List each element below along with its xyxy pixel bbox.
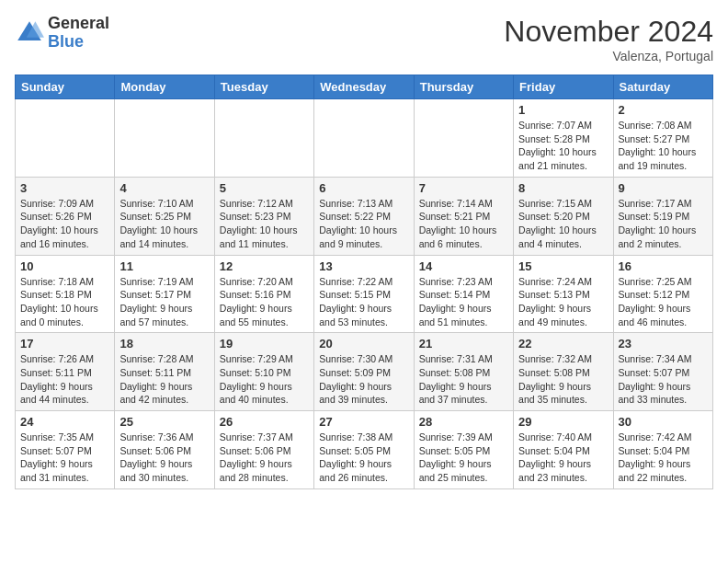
- day-info: Sunrise: 7:40 AM Sunset: 5:04 PM Dayligh…: [518, 431, 608, 485]
- calendar-cell: 11Sunrise: 7:19 AM Sunset: 5:17 PM Dayli…: [115, 255, 214, 333]
- calendar-cell: 3Sunrise: 7:09 AM Sunset: 5:26 PM Daylig…: [16, 177, 115, 255]
- day-number: 21: [419, 337, 508, 350]
- day-number: 17: [20, 337, 109, 350]
- day-info: Sunrise: 7:14 AM Sunset: 5:21 PM Dayligh…: [419, 197, 508, 251]
- day-info: Sunrise: 7:39 AM Sunset: 5:05 PM Dayligh…: [419, 431, 508, 485]
- calendar-cell: 19Sunrise: 7:29 AM Sunset: 5:10 PM Dayli…: [214, 333, 313, 411]
- day-info: Sunrise: 7:34 AM Sunset: 5:07 PM Dayligh…: [619, 352, 708, 407]
- day-info: Sunrise: 7:12 AM Sunset: 5:23 PM Dayligh…: [220, 197, 309, 251]
- day-info: Sunrise: 7:20 AM Sunset: 5:16 PM Dayligh…: [220, 275, 309, 329]
- calendar-cell: 2Sunrise: 7:08 AM Sunset: 5:27 PM Daylig…: [613, 99, 712, 178]
- day-info: Sunrise: 7:30 AM Sunset: 5:09 PM Dayligh…: [319, 352, 408, 407]
- day-number: 13: [319, 259, 408, 273]
- day-info: Sunrise: 7:32 AM Sunset: 5:08 PM Dayligh…: [518, 352, 608, 407]
- day-number: 2: [619, 103, 708, 117]
- calendar-week-row: 1Sunrise: 7:07 AM Sunset: 5:28 PM Daylig…: [16, 99, 713, 178]
- day-info: Sunrise: 7:15 AM Sunset: 5:20 PM Dayligh…: [518, 197, 608, 251]
- calendar-cell: [214, 99, 313, 178]
- day-number: 6: [319, 181, 408, 195]
- logo-blue-text: Blue: [48, 33, 109, 52]
- calendar-cell: 10Sunrise: 7:18 AM Sunset: 5:18 PM Dayli…: [16, 255, 115, 333]
- day-number: 7: [419, 181, 508, 195]
- calendar-cell: 20Sunrise: 7:30 AM Sunset: 5:09 PM Dayli…: [314, 333, 414, 411]
- day-info: Sunrise: 7:19 AM Sunset: 5:17 PM Dayligh…: [119, 275, 209, 329]
- calendar-cell: 5Sunrise: 7:12 AM Sunset: 5:23 PM Daylig…: [214, 177, 313, 255]
- day-info: Sunrise: 7:13 AM Sunset: 5:22 PM Dayligh…: [319, 197, 408, 251]
- page-header: General Blue November 2024 Valenza, Port…: [15, 15, 713, 63]
- day-number: 5: [220, 181, 309, 195]
- day-info: Sunrise: 7:25 AM Sunset: 5:12 PM Dayligh…: [619, 275, 708, 329]
- day-info: Sunrise: 7:37 AM Sunset: 5:06 PM Dayligh…: [220, 431, 309, 485]
- day-info: Sunrise: 7:09 AM Sunset: 5:26 PM Dayligh…: [20, 197, 109, 251]
- day-number: 30: [619, 415, 708, 429]
- day-info: Sunrise: 7:10 AM Sunset: 5:25 PM Dayligh…: [119, 197, 209, 251]
- day-of-week-header: Monday: [115, 75, 214, 99]
- day-info: Sunrise: 7:29 AM Sunset: 5:10 PM Dayligh…: [220, 352, 309, 407]
- day-info: Sunrise: 7:42 AM Sunset: 5:04 PM Dayligh…: [619, 431, 708, 485]
- day-of-week-header: Sunday: [16, 75, 115, 99]
- day-info: Sunrise: 7:28 AM Sunset: 5:11 PM Dayligh…: [119, 352, 209, 407]
- calendar-cell: 21Sunrise: 7:31 AM Sunset: 5:08 PM Dayli…: [414, 333, 513, 411]
- day-info: Sunrise: 7:17 AM Sunset: 5:19 PM Dayligh…: [619, 197, 708, 251]
- logo-icon: [15, 18, 44, 48]
- logo: General Blue: [15, 15, 109, 52]
- day-number: 11: [119, 259, 209, 273]
- day-number: 16: [619, 259, 708, 273]
- day-number: 3: [20, 181, 109, 195]
- day-of-week-header: Saturday: [613, 75, 712, 99]
- calendar-cell: 13Sunrise: 7:22 AM Sunset: 5:15 PM Dayli…: [314, 255, 414, 333]
- day-info: Sunrise: 7:36 AM Sunset: 5:06 PM Dayligh…: [119, 431, 209, 485]
- day-info: Sunrise: 7:07 AM Sunset: 5:28 PM Dayligh…: [518, 119, 608, 173]
- month-title: November 2024: [504, 15, 713, 49]
- logo-general-text: General: [48, 15, 109, 33]
- day-number: 22: [518, 337, 608, 350]
- day-of-week-header: Friday: [514, 75, 613, 99]
- calendar-cell: [115, 99, 214, 178]
- calendar-cell: 18Sunrise: 7:28 AM Sunset: 5:11 PM Dayli…: [115, 333, 214, 411]
- calendar-cell: 1Sunrise: 7:07 AM Sunset: 5:28 PM Daylig…: [514, 99, 613, 178]
- day-number: 4: [119, 181, 209, 195]
- calendar-cell: 12Sunrise: 7:20 AM Sunset: 5:16 PM Dayli…: [214, 255, 313, 333]
- calendar-cell: 8Sunrise: 7:15 AM Sunset: 5:20 PM Daylig…: [514, 177, 613, 255]
- title-block: November 2024 Valenza, Portugal: [504, 15, 713, 63]
- day-number: 14: [419, 259, 508, 273]
- day-info: Sunrise: 7:22 AM Sunset: 5:15 PM Dayligh…: [319, 275, 408, 329]
- calendar-cell: 15Sunrise: 7:24 AM Sunset: 5:13 PM Dayli…: [514, 255, 613, 333]
- day-number: 20: [319, 337, 408, 350]
- day-number: 19: [220, 337, 309, 350]
- calendar-cell: 7Sunrise: 7:14 AM Sunset: 5:21 PM Daylig…: [414, 177, 513, 255]
- day-number: 1: [518, 103, 608, 117]
- day-number: 24: [20, 415, 109, 429]
- calendar-cell: 17Sunrise: 7:26 AM Sunset: 5:11 PM Dayli…: [16, 333, 115, 411]
- day-number: 10: [20, 259, 109, 273]
- calendar-cell: 30Sunrise: 7:42 AM Sunset: 5:04 PM Dayli…: [613, 411, 712, 489]
- day-number: 25: [119, 415, 209, 429]
- calendar-cell: 23Sunrise: 7:34 AM Sunset: 5:07 PM Dayli…: [613, 333, 712, 411]
- location-subtitle: Valenza, Portugal: [504, 49, 713, 63]
- calendar-cell: 24Sunrise: 7:35 AM Sunset: 5:07 PM Dayli…: [16, 411, 115, 489]
- day-info: Sunrise: 7:08 AM Sunset: 5:27 PM Dayligh…: [619, 119, 708, 173]
- calendar-cell: 29Sunrise: 7:40 AM Sunset: 5:04 PM Dayli…: [514, 411, 613, 489]
- day-number: 27: [319, 415, 408, 429]
- day-info: Sunrise: 7:31 AM Sunset: 5:08 PM Dayligh…: [419, 352, 508, 407]
- day-info: Sunrise: 7:26 AM Sunset: 5:11 PM Dayligh…: [20, 352, 109, 407]
- calendar-cell: [16, 99, 115, 178]
- calendar-cell: 14Sunrise: 7:23 AM Sunset: 5:14 PM Dayli…: [414, 255, 513, 333]
- day-number: 26: [220, 415, 309, 429]
- day-number: 29: [518, 415, 608, 429]
- calendar-cell: 6Sunrise: 7:13 AM Sunset: 5:22 PM Daylig…: [314, 177, 414, 255]
- day-info: Sunrise: 7:18 AM Sunset: 5:18 PM Dayligh…: [20, 275, 109, 329]
- day-number: 23: [619, 337, 708, 350]
- calendar-cell: 4Sunrise: 7:10 AM Sunset: 5:25 PM Daylig…: [115, 177, 214, 255]
- calendar-week-row: 17Sunrise: 7:26 AM Sunset: 5:11 PM Dayli…: [16, 333, 713, 411]
- calendar-cell: 26Sunrise: 7:37 AM Sunset: 5:06 PM Dayli…: [214, 411, 313, 489]
- day-info: Sunrise: 7:24 AM Sunset: 5:13 PM Dayligh…: [518, 275, 608, 329]
- calendar-header: SundayMondayTuesdayWednesdayThursdayFrid…: [16, 75, 713, 99]
- calendar-week-row: 24Sunrise: 7:35 AM Sunset: 5:07 PM Dayli…: [16, 411, 713, 489]
- calendar-cell: [414, 99, 513, 178]
- calendar-week-row: 10Sunrise: 7:18 AM Sunset: 5:18 PM Dayli…: [16, 255, 713, 333]
- calendar-table: SundayMondayTuesdayWednesdayThursdayFrid…: [15, 75, 713, 489]
- calendar-cell: 28Sunrise: 7:39 AM Sunset: 5:05 PM Dayli…: [414, 411, 513, 489]
- calendar-cell: [314, 99, 414, 178]
- calendar-cell: 27Sunrise: 7:38 AM Sunset: 5:05 PM Dayli…: [314, 411, 414, 489]
